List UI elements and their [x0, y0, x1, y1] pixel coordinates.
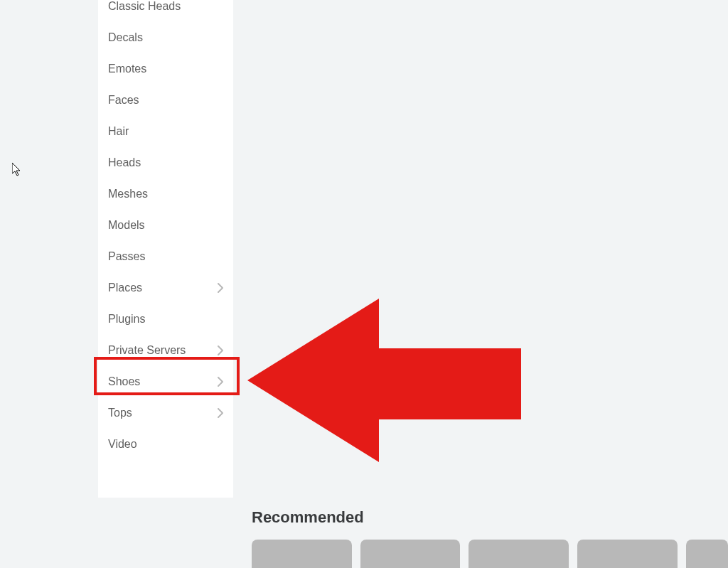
- sidebar-item-places[interactable]: Places: [98, 272, 233, 304]
- sidebar-item-video[interactable]: Video: [98, 429, 233, 460]
- cursor-icon: [12, 163, 22, 180]
- sidebar-item-plugins[interactable]: Plugins: [98, 304, 233, 335]
- sidebar-item-label: Plugins: [108, 313, 145, 326]
- sidebar-item-label: Shoes: [108, 375, 140, 388]
- recommended-title: Recommended: [252, 508, 728, 527]
- annotation-arrow-icon: [247, 299, 521, 465]
- sidebar-item-classic-heads[interactable]: Classic Heads: [98, 0, 233, 22]
- sidebar-item-label: Private Servers: [108, 344, 186, 357]
- sidebar-item-hair[interactable]: Hair: [98, 116, 233, 147]
- sidebar-item-private-servers[interactable]: Private Servers: [98, 335, 233, 366]
- sidebar-item-label: Places: [108, 282, 142, 294]
- recommended-items-row: [252, 540, 728, 568]
- sidebar-item-faces[interactable]: Faces: [98, 85, 233, 116]
- category-sidebar: Classic Heads Decals Emotes Faces Hair H…: [98, 0, 233, 498]
- sidebar-item-tops[interactable]: Tops: [98, 397, 233, 429]
- sidebar-item-decals[interactable]: Decals: [98, 22, 233, 53]
- sidebar-item-label: Tops: [108, 407, 132, 419]
- sidebar-item-label: Meshes: [108, 188, 148, 200]
- sidebar-item-label: Faces: [108, 94, 139, 107]
- sidebar-item-models[interactable]: Models: [98, 210, 233, 241]
- sidebar-item-meshes[interactable]: Meshes: [98, 178, 233, 210]
- chevron-right-icon: [218, 377, 223, 387]
- recommended-item[interactable]: [577, 540, 678, 568]
- sidebar-item-label: Models: [108, 219, 145, 232]
- recommended-item[interactable]: [686, 540, 728, 568]
- sidebar-item-label: Heads: [108, 156, 141, 169]
- sidebar-item-emotes[interactable]: Emotes: [98, 53, 233, 85]
- sidebar-item-label: Video: [108, 438, 137, 451]
- sidebar-item-label: Emotes: [108, 63, 146, 75]
- recommended-item[interactable]: [469, 540, 569, 568]
- sidebar-item-label: Hair: [108, 125, 129, 138]
- sidebar-item-shoes[interactable]: Shoes: [98, 366, 233, 397]
- recommended-item[interactable]: [252, 540, 352, 568]
- chevron-right-icon: [218, 408, 223, 418]
- chevron-right-icon: [218, 345, 223, 355]
- sidebar-item-label: Decals: [108, 31, 143, 44]
- recommended-item[interactable]: [360, 540, 461, 568]
- sidebar-item-heads[interactable]: Heads: [98, 147, 233, 178]
- sidebar-item-passes[interactable]: Passes: [98, 241, 233, 272]
- sidebar-item-label: Classic Heads: [108, 0, 181, 13]
- sidebar-item-label: Passes: [108, 250, 145, 263]
- recommended-section: Recommended: [252, 508, 728, 568]
- chevron-right-icon: [218, 283, 223, 293]
